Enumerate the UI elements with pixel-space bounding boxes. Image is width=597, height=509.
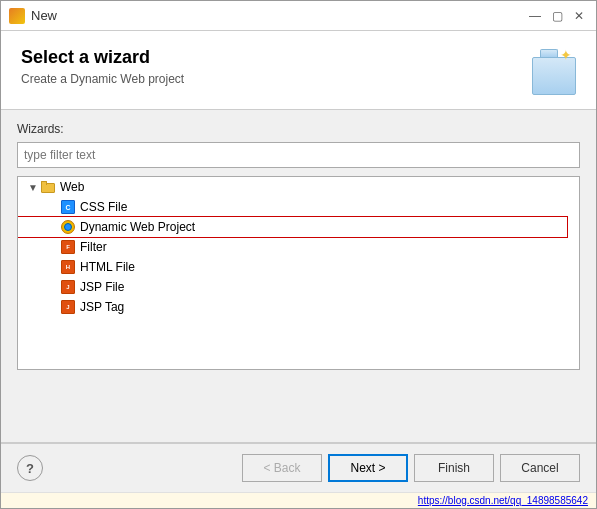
tree-item-dynamic-web-project[interactable]: Dynamic Web Project	[18, 217, 567, 237]
tree-item-label: CSS File	[80, 200, 127, 214]
tree-item-jsp-tag[interactable]: JJSP Tag	[18, 297, 567, 317]
help-button[interactable]: ?	[17, 455, 43, 481]
url-text: https://blog.csdn.net/qq_14898585642	[418, 495, 588, 506]
close-button[interactable]: ✕	[570, 7, 588, 25]
wizard-header: Select a wizard Create a Dynamic Web pro…	[1, 31, 596, 110]
button-bar: ? < Back Next > Finish Cancel	[1, 443, 596, 492]
next-button[interactable]: Next >	[328, 454, 408, 482]
cancel-button[interactable]: Cancel	[500, 454, 580, 482]
new-wizard-window: New — ▢ ✕ Select a wizard Create a Dynam…	[0, 0, 597, 509]
tree-item-label: JSP File	[80, 280, 124, 294]
tree-item-label: Dynamic Web Project	[80, 220, 195, 234]
finish-button[interactable]: Finish	[414, 454, 494, 482]
wizard-tree[interactable]: ▼WebCCSS FileDynamic Web ProjectFFilterH…	[17, 176, 580, 370]
header-text: Select a wizard Create a Dynamic Web pro…	[21, 47, 184, 86]
maximize-button[interactable]: ▢	[548, 7, 566, 25]
wizard-title: Select a wizard	[21, 47, 184, 68]
tree-item-label: JSP Tag	[80, 300, 124, 314]
wizard-subtitle: Create a Dynamic Web project	[21, 72, 184, 86]
back-button[interactable]: < Back	[242, 454, 322, 482]
window-title: New	[31, 8, 526, 23]
header-icon: ✦	[528, 47, 576, 95]
tree-item-jsp-file[interactable]: JJSP File	[18, 277, 567, 297]
wizards-label: Wizards:	[17, 122, 580, 136]
title-controls: — ▢ ✕	[526, 7, 588, 25]
url-bar: https://blog.csdn.net/qq_14898585642	[1, 492, 596, 508]
tree-item-label: Filter	[80, 240, 107, 254]
tree-item-label: Web	[60, 180, 84, 194]
tree-item-web[interactable]: ▼Web	[18, 177, 567, 197]
tree-item-label: HTML File	[80, 260, 135, 274]
filter-input[interactable]	[17, 142, 580, 168]
sparkle-icon: ✦	[560, 47, 576, 63]
minimize-button[interactable]: —	[526, 7, 544, 25]
tree-item-filter[interactable]: FFilter	[18, 237, 567, 257]
tree-item-html-file[interactable]: HHTML File	[18, 257, 567, 277]
title-bar: New — ▢ ✕	[1, 1, 596, 31]
spacer	[1, 382, 596, 442]
content-section: Wizards: ▼WebCCSS FileDynamic Web Projec…	[1, 110, 596, 382]
tree-item-css-file[interactable]: CCSS File	[18, 197, 567, 217]
window-icon	[9, 8, 25, 24]
